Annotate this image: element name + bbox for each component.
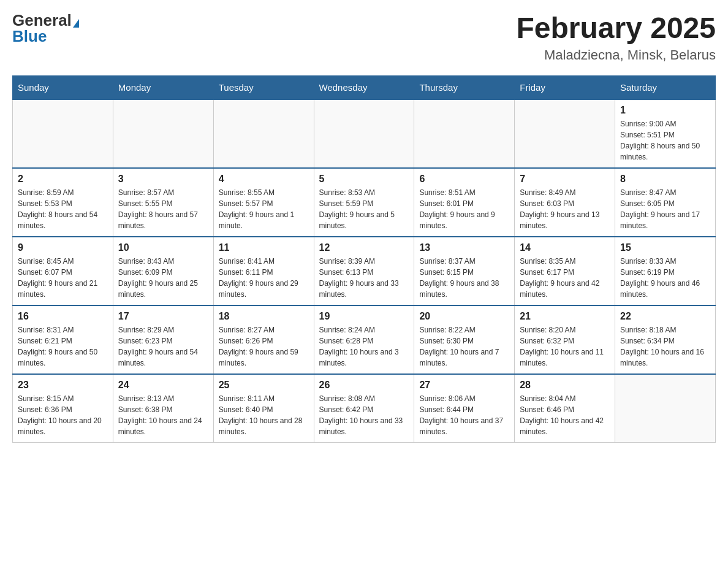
sunrise-text: Sunrise: 8:08 AM: [319, 393, 409, 404]
daylight-text: Daylight: 10 hours and 24 minutes.: [118, 415, 208, 437]
daylight-text: Daylight: 8 hours and 54 minutes.: [18, 209, 108, 231]
calendar-header: SundayMondayTuesdayWednesdayThursdayFrid…: [13, 75, 716, 99]
sunrise-text: Sunrise: 8:45 AM: [18, 256, 108, 267]
daylight-text: Daylight: 10 hours and 20 minutes.: [18, 415, 108, 437]
week-row-1: 1Sunrise: 9:00 AMSunset: 5:51 PMDaylight…: [13, 99, 716, 168]
sunset-text: Sunset: 6:42 PM: [319, 404, 409, 415]
weekday-header-monday: Monday: [113, 75, 213, 99]
day-info: Sunrise: 8:31 AMSunset: 6:21 PMDaylight:…: [18, 324, 108, 369]
sunrise-text: Sunrise: 8:57 AM: [118, 187, 208, 198]
sunset-text: Sunset: 6:03 PM: [520, 198, 610, 209]
daylight-text: Daylight: 9 hours and 9 minutes.: [419, 209, 509, 231]
weekday-header-tuesday: Tuesday: [213, 75, 314, 99]
day-number: 21: [520, 311, 610, 322]
day-number: 27: [419, 380, 509, 391]
calendar-cell: 8Sunrise: 8:47 AMSunset: 6:05 PMDaylight…: [615, 168, 716, 237]
sunset-text: Sunset: 6:09 PM: [118, 267, 208, 278]
daylight-text: Daylight: 9 hours and 46 minutes.: [620, 278, 710, 300]
weekday-header-wednesday: Wednesday: [314, 75, 414, 99]
sunrise-text: Sunrise: 8:55 AM: [219, 187, 309, 198]
sunset-text: Sunset: 6:40 PM: [219, 404, 309, 415]
sunset-text: Sunset: 6:19 PM: [620, 267, 710, 278]
sunset-text: Sunset: 6:07 PM: [18, 267, 108, 278]
daylight-text: Daylight: 10 hours and 7 minutes.: [419, 347, 509, 369]
day-info: Sunrise: 8:59 AMSunset: 5:53 PMDaylight:…: [18, 187, 108, 231]
day-number: 9: [18, 242, 108, 253]
day-info: Sunrise: 8:37 AMSunset: 6:15 PMDaylight:…: [419, 256, 509, 300]
sunset-text: Sunset: 6:17 PM: [520, 267, 610, 278]
sunrise-text: Sunrise: 8:11 AM: [219, 393, 309, 404]
day-number: 4: [219, 174, 309, 185]
daylight-text: Daylight: 9 hours and 42 minutes.: [520, 278, 610, 300]
calendar-cell: 26Sunrise: 8:08 AMSunset: 6:42 PMDayligh…: [314, 374, 414, 443]
day-number: 24: [118, 380, 208, 391]
day-info: Sunrise: 8:35 AMSunset: 6:17 PMDaylight:…: [520, 256, 610, 300]
day-info: Sunrise: 8:47 AMSunset: 6:05 PMDaylight:…: [620, 187, 710, 231]
sunrise-text: Sunrise: 8:41 AM: [219, 256, 309, 267]
sunrise-text: Sunrise: 8:29 AM: [118, 324, 208, 335]
sunset-text: Sunset: 5:55 PM: [118, 198, 208, 209]
daylight-text: Daylight: 10 hours and 42 minutes.: [520, 415, 610, 437]
calendar-cell: 27Sunrise: 8:06 AMSunset: 6:44 PMDayligh…: [414, 374, 515, 443]
day-info: Sunrise: 8:20 AMSunset: 6:32 PMDaylight:…: [520, 324, 610, 369]
daylight-text: Daylight: 9 hours and 25 minutes.: [118, 278, 208, 300]
sunset-text: Sunset: 6:36 PM: [18, 404, 108, 415]
daylight-text: Daylight: 10 hours and 37 minutes.: [419, 415, 509, 437]
sunrise-text: Sunrise: 8:13 AM: [118, 393, 208, 404]
sunset-text: Sunset: 5:53 PM: [18, 198, 108, 209]
calendar-cell: 28Sunrise: 8:04 AMSunset: 6:46 PMDayligh…: [515, 374, 615, 443]
daylight-text: Daylight: 10 hours and 33 minutes.: [319, 415, 409, 437]
sunset-text: Sunset: 5:59 PM: [319, 198, 409, 209]
day-info: Sunrise: 8:04 AMSunset: 6:46 PMDaylight:…: [520, 393, 610, 437]
sunrise-text: Sunrise: 8:20 AM: [520, 324, 610, 335]
calendar-cell: 20Sunrise: 8:22 AMSunset: 6:30 PMDayligh…: [414, 305, 515, 374]
day-info: Sunrise: 8:24 AMSunset: 6:28 PMDaylight:…: [319, 324, 409, 369]
day-info: Sunrise: 8:08 AMSunset: 6:42 PMDaylight:…: [319, 393, 409, 437]
calendar-cell: 22Sunrise: 8:18 AMSunset: 6:34 PMDayligh…: [615, 305, 716, 374]
day-number: 13: [419, 242, 509, 253]
calendar-cell: 17Sunrise: 8:29 AMSunset: 6:23 PMDayligh…: [113, 305, 213, 374]
sunrise-text: Sunrise: 8:27 AM: [219, 324, 309, 335]
calendar-title: February 2025: [516, 12, 716, 45]
day-info: Sunrise: 8:41 AMSunset: 6:11 PMDaylight:…: [219, 256, 309, 300]
day-number: 5: [319, 174, 409, 185]
day-info: Sunrise: 8:57 AMSunset: 5:55 PMDaylight:…: [118, 187, 208, 231]
calendar-cell: 21Sunrise: 8:20 AMSunset: 6:32 PMDayligh…: [515, 305, 615, 374]
daylight-text: Daylight: 9 hours and 33 minutes.: [319, 278, 409, 300]
sunset-text: Sunset: 6:01 PM: [419, 198, 509, 209]
sunrise-text: Sunrise: 8:47 AM: [620, 187, 710, 198]
sunset-text: Sunset: 6:23 PM: [118, 335, 208, 347]
sunset-text: Sunset: 6:44 PM: [419, 404, 509, 415]
day-info: Sunrise: 8:43 AMSunset: 6:09 PMDaylight:…: [118, 256, 208, 300]
calendar-cell: [213, 99, 314, 168]
sunrise-text: Sunrise: 8:43 AM: [118, 256, 208, 267]
title-block: February 2025 Maladziecna, Minsk, Belaru…: [516, 12, 716, 63]
day-info: Sunrise: 8:33 AMSunset: 6:19 PMDaylight:…: [620, 256, 710, 300]
calendar-cell: 6Sunrise: 8:51 AMSunset: 6:01 PMDaylight…: [414, 168, 515, 237]
calendar-cell: 2Sunrise: 8:59 AMSunset: 5:53 PMDaylight…: [13, 168, 113, 237]
weekday-header-thursday: Thursday: [414, 75, 515, 99]
daylight-text: Daylight: 9 hours and 1 minute.: [219, 209, 309, 231]
daylight-text: Daylight: 8 hours and 50 minutes.: [620, 140, 710, 163]
sunset-text: Sunset: 5:51 PM: [620, 129, 710, 140]
day-info: Sunrise: 8:53 AMSunset: 5:59 PMDaylight:…: [319, 187, 409, 231]
daylight-text: Daylight: 9 hours and 29 minutes.: [219, 278, 309, 300]
sunset-text: Sunset: 6:28 PM: [319, 335, 409, 347]
day-number: 16: [18, 311, 108, 322]
day-info: Sunrise: 8:06 AMSunset: 6:44 PMDaylight:…: [419, 393, 509, 437]
sunset-text: Sunset: 6:13 PM: [319, 267, 409, 278]
day-number: 23: [18, 380, 108, 391]
calendar-cell: 23Sunrise: 8:15 AMSunset: 6:36 PMDayligh…: [13, 374, 113, 443]
day-info: Sunrise: 8:45 AMSunset: 6:07 PMDaylight:…: [18, 256, 108, 300]
calendar-cell: 25Sunrise: 8:11 AMSunset: 6:40 PMDayligh…: [213, 374, 314, 443]
calendar-cell: 5Sunrise: 8:53 AMSunset: 5:59 PMDaylight…: [314, 168, 414, 237]
sunset-text: Sunset: 6:34 PM: [620, 335, 710, 347]
calendar-cell: [13, 99, 113, 168]
logo-general-row: General: [12, 12, 79, 28]
day-number: 12: [319, 242, 409, 253]
sunrise-text: Sunrise: 8:59 AM: [18, 187, 108, 198]
sunrise-text: Sunrise: 8:53 AM: [319, 187, 409, 198]
calendar-body: 1Sunrise: 9:00 AMSunset: 5:51 PMDaylight…: [13, 99, 716, 443]
calendar-cell: 9Sunrise: 8:45 AMSunset: 6:07 PMDaylight…: [13, 237, 113, 305]
daylight-text: Daylight: 10 hours and 11 minutes.: [520, 347, 610, 369]
